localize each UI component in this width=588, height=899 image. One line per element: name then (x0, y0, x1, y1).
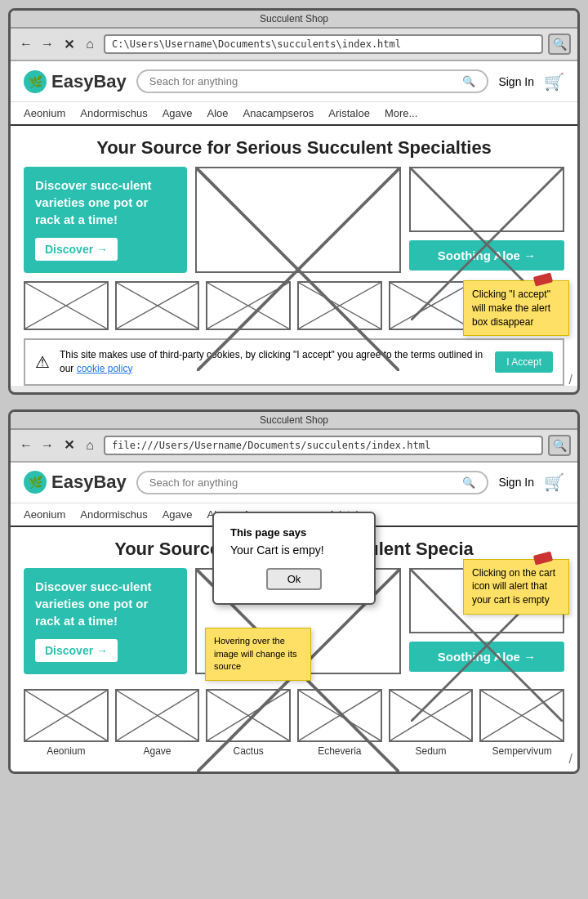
browser-window-2: Succulent Shop ← → ✕ ⌂ file:///Users/Use… (8, 409, 580, 774)
back-button[interactable]: ← (17, 35, 35, 53)
search-icon-1: 🔍 (462, 75, 475, 87)
banner-text-area-1: Discover succ-ulent varieties one pot or… (24, 167, 187, 273)
nav-aeonium-2[interactable]: Aeonium (24, 508, 65, 521)
nav-buttons-2: ← → ✕ ⌂ (17, 436, 99, 454)
nav-buttons-1: ← → ✕ ⌂ (17, 35, 99, 53)
category-label-aeonium: Aeonium (24, 745, 109, 757)
nav-andormischus-1[interactable]: Andormischus (80, 107, 147, 119)
sticky-text-1: Clicking "I accept" will make the alert … (472, 288, 550, 328)
window-title-2: Succulent Shop (260, 414, 328, 426)
browser-window-1: Succulent Shop ← → ✕ ⌂ C:\Users\Username… (8, 8, 580, 395)
thumb-2 (115, 281, 200, 330)
warning-icon-1: ⚠ (35, 352, 50, 372)
logo-icon-1: 🌿 (24, 70, 47, 93)
sign-in-link-2[interactable]: Sign In (498, 476, 534, 489)
dialog-ok-button[interactable]: Ok (266, 568, 323, 590)
category-thumb-sedum (389, 689, 474, 742)
thumb-x-4 (299, 283, 381, 329)
nav-agave-1[interactable]: Agave (163, 107, 193, 119)
cat-x-3 (207, 691, 289, 740)
close-button[interactable]: ✕ (60, 35, 78, 53)
address-bar-2[interactable]: file:///Users/Username/Documents/succule… (104, 436, 543, 455)
website-2: 🌿 EasyBay 🔍 Sign In 🛒 Aeonium Andormisch… (11, 463, 577, 772)
cookie-policy-link-1[interactable]: cookie policy (77, 363, 133, 374)
category-thumb-agave (115, 689, 200, 742)
nav-aloe-1[interactable]: Aloe (207, 107, 229, 119)
close-button-2[interactable]: ✕ (60, 436, 78, 454)
nav-agave-2[interactable]: Agave (163, 508, 193, 521)
cart-icon-2[interactable]: 🛒 (544, 472, 564, 492)
site-nav-1: Aeonium Andormischus Agave Aloe Anacamps… (11, 102, 577, 126)
nav-more-1[interactable]: More... (385, 107, 417, 119)
category-thumb-echeveria (297, 689, 382, 742)
logo-area-1: 🌿 EasyBay (24, 70, 127, 93)
header-right-1: Sign In 🛒 (498, 72, 564, 92)
category-label-agave: Agave (115, 745, 200, 757)
search-bar-1[interactable]: 🔍 (136, 69, 489, 93)
hero-heading-1: Your Source for Serious Succulent Specia… (11, 126, 577, 167)
browser-toolbar-2: ← → ✕ ⌂ file:///Users/Username/Documents… (11, 430, 577, 463)
banner-copy-1: Discover succ-ulent varieties one pot or… (35, 177, 176, 228)
discover-button-2[interactable]: Discover → (35, 639, 118, 662)
thumb-1 (24, 281, 109, 330)
cart-icon-1[interactable]: 🛒 (544, 72, 564, 92)
cat-x-1 (25, 691, 107, 740)
category-thumb-aeonium (24, 689, 109, 742)
corner-mark-1: / (569, 373, 572, 387)
browser-toolbar-1: ← → ✕ ⌂ C:\Users\Username\Documents\succ… (11, 29, 577, 61)
banner-text-area-2: Discover succ-ulent varieties one pot or… (24, 568, 187, 674)
back-button-2[interactable]: ← (17, 436, 35, 454)
thumb-x-2 (117, 283, 198, 329)
nav-anacampseros-1[interactable]: Anacampseros (243, 107, 314, 119)
nav-andormischus-2[interactable]: Andormischus (80, 508, 147, 521)
home-button-2[interactable]: ⌂ (81, 436, 99, 454)
placeholder-x-1 (197, 168, 399, 371)
browser-search-button-2[interactable]: 🔍 (548, 435, 571, 456)
accept-button-1[interactable]: I Accept (495, 351, 553, 373)
browser-titlebar-1: Succulent Shop (11, 11, 577, 29)
dialog-message: Your Cart is empy! (230, 543, 358, 557)
cat-x-6 (481, 691, 563, 740)
dialog-title: This page says (230, 526, 358, 539)
main-banner-1: Discover succ-ulent varieties one pot or… (24, 167, 564, 273)
category-thumb-cactus (206, 689, 291, 742)
logo-text-1: EasyBay (51, 71, 127, 92)
cat-x-4 (299, 691, 381, 740)
sticky-cart-note: Clicking on the cart icon will alert tha… (463, 559, 569, 615)
banner-copy-2: Discover succ-ulent varieties one pot or… (35, 578, 176, 629)
sticky-cart-text: Clicking on the cart icon will alert tha… (472, 567, 555, 606)
search-icon-2: 🔍 (462, 476, 475, 489)
nav-aeonium-1[interactable]: Aeonium (24, 107, 65, 119)
banner-right-1: Soothing Aloe → (409, 167, 564, 273)
sticky-hover-text: Hovering over the image will change its … (214, 636, 297, 671)
thumb-5 (389, 281, 474, 330)
search-input-2[interactable] (149, 476, 457, 489)
category-aeonium: Aeonium (24, 689, 109, 757)
banner-images-1 (195, 167, 401, 273)
forward-button[interactable]: → (38, 35, 56, 53)
search-bar-2[interactable]: 🔍 (136, 471, 489, 494)
banner-right-image-1 (409, 167, 564, 232)
category-label-sedum: Sedum (389, 745, 474, 757)
nav-aristaloe-1[interactable]: Aristaloe (328, 107, 370, 119)
thumb-4 (297, 281, 382, 330)
forward-button-2[interactable]: → (38, 436, 56, 454)
address-bar-1[interactable]: C:\Users\Username\Documents\succulents\i… (104, 34, 543, 54)
site-header-2: 🌿 EasyBay 🔍 Sign In 🛒 (11, 463, 577, 503)
discover-button-1[interactable]: Discover → (35, 238, 118, 261)
thumb-x-1 (25, 283, 107, 329)
corner-mark-2: / (569, 752, 572, 767)
thumb-3 (206, 281, 291, 330)
browser-search-button-1[interactable]: 🔍 (548, 34, 571, 55)
logo-text-2: EasyBay (51, 472, 127, 493)
search-input-1[interactable] (149, 75, 457, 87)
sign-in-link-1[interactable]: Sign In (498, 75, 534, 88)
header-right-2: Sign In 🛒 (498, 472, 564, 492)
category-label-sempervivum: Sempervivum (479, 745, 564, 757)
website-1: 🌿 EasyBay 🔍 Sign In 🛒 Aeonium Andormisch… (11, 61, 577, 386)
category-sempervivum: Sempervivum (479, 689, 564, 757)
sticky-hover-image: Hovering over the image will change its … (205, 628, 311, 680)
sticky-note-1: Clicking "I accept" will make the alert … (463, 280, 569, 336)
home-button[interactable]: ⌂ (81, 35, 99, 53)
browser-titlebar-2: Succulent Shop (11, 412, 577, 430)
